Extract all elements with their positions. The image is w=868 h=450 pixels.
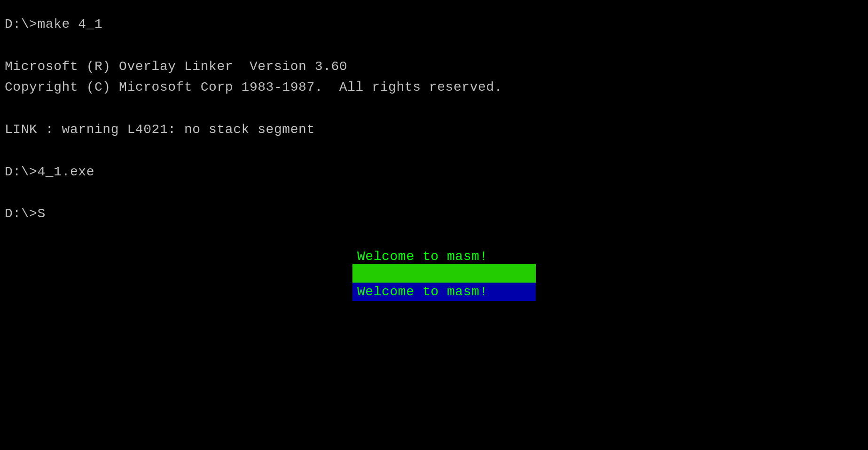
terminal-blank-2 [5, 98, 863, 119]
popup-window: Welcome to masm! Welcome to masm! [352, 249, 536, 301]
terminal-line-warning: LINK : warning L4021: no stack segment [5, 119, 863, 141]
terminal-line-cmd-make: D:\>make 4_1 [5, 14, 863, 35]
terminal-blank-4 [5, 182, 863, 204]
popup-blue-bar: Welcome to masm! [352, 283, 536, 301]
popup-title: Welcome to masm! [352, 249, 536, 264]
terminal-line-exe: D:\>4_1.exe [5, 162, 863, 183]
popup-green-bar [352, 264, 536, 283]
terminal-line-copyright: Copyright (C) Microsoft Corp 1983-1987. … [5, 77, 863, 98]
popup-blue-text: Welcome to masm! [357, 284, 488, 299]
terminal-blank-3 [5, 141, 863, 162]
terminal-blank-1 [5, 35, 863, 56]
terminal-line-linker-version: Microsoft (R) Overlay Linker Version 3.6… [5, 56, 863, 78]
terminal-output: D:\>make 4_1 Microsoft (R) Overlay Linke… [5, 14, 863, 225]
terminal-line-s: D:\>S [5, 204, 863, 225]
